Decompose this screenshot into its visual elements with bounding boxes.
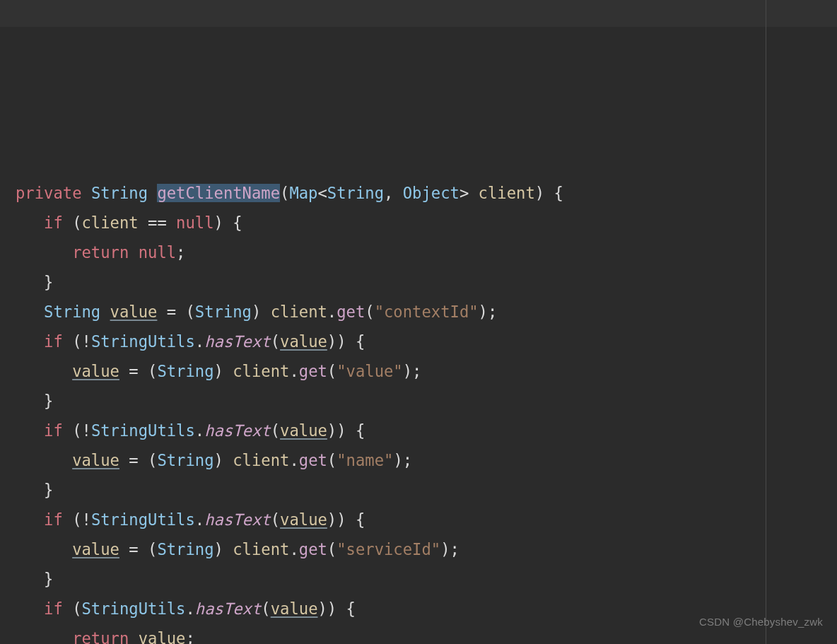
paren-close: ) (440, 540, 450, 558)
code-line[interactable]: if (!StringUtils.hasText(value)) { (16, 510, 365, 529)
type-stringutils: StringUtils (91, 421, 195, 440)
current-line-highlight (0, 0, 837, 27)
keyword-if: if (44, 421, 63, 440)
paren-open: ( (72, 510, 81, 529)
paren-close: ) (214, 451, 223, 469)
keyword-if: if (44, 213, 63, 232)
paren-close: ) (403, 362, 412, 380)
ident-value: value (280, 332, 327, 351)
brace-open: { (233, 213, 242, 232)
paren-close: ) (252, 303, 261, 321)
code-line[interactable]: value = (String) client.get("value"); (16, 362, 421, 380)
keyword-return: return (72, 243, 129, 262)
string-serviceid: "serviceId" (336, 540, 440, 558)
keyword-if: if (44, 599, 63, 618)
type-string: String (44, 303, 100, 321)
code-line[interactable]: return null; (16, 243, 185, 262)
type-stringutils: StringUtils (91, 510, 195, 529)
op-not: ! (82, 421, 91, 440)
code-line[interactable]: } (16, 570, 53, 588)
code-line[interactable]: } (16, 481, 53, 499)
paren-close: ) (214, 213, 223, 232)
paren-close: ) (336, 510, 346, 529)
ident-client: client (233, 540, 289, 558)
type-string: String (327, 184, 384, 202)
ident-value: value (271, 599, 318, 618)
param-client: client (479, 184, 535, 202)
method-hastext: hasText (195, 599, 262, 618)
method-get: get (336, 303, 365, 321)
method-get: get (299, 540, 327, 558)
type-string: String (157, 362, 213, 380)
dot: . (195, 332, 204, 351)
watermark-text: CSDN @Chebyshev_zwk (699, 607, 823, 637)
paren-close: ) (327, 599, 336, 618)
code-line[interactable]: } (16, 392, 53, 410)
op-eq: = (129, 451, 138, 469)
paren-close: ) (318, 599, 327, 618)
semicolon: ; (488, 303, 497, 321)
paren-open: ( (72, 599, 81, 618)
brace-open: { (554, 184, 563, 202)
paren-open: ( (280, 184, 289, 202)
code-line[interactable]: private String getClientName(Map<String,… (16, 184, 563, 202)
type-stringutils: StringUtils (82, 599, 186, 618)
code-line[interactable]: if (!StringUtils.hasText(value)) { (16, 421, 365, 440)
brace-open: { (346, 599, 356, 618)
op-eq: = (167, 303, 176, 321)
code-line[interactable]: if (StringUtils.hasText(value)) { (16, 599, 356, 618)
brace-open: { (356, 421, 365, 440)
code-line[interactable]: if (client == null) { (16, 213, 242, 232)
method-declaration: getClientName (157, 184, 280, 202)
code-block[interactable]: private String getClientName(Map<String,… (16, 148, 821, 644)
code-line[interactable]: String value = (String) client.get("cont… (16, 303, 497, 321)
angle-open: < (317, 184, 327, 202)
type-map: Map (289, 184, 317, 202)
paren-close: ) (327, 510, 336, 529)
paren-close: ) (336, 421, 346, 440)
ident-value: value (139, 629, 186, 644)
ident-client: client (271, 303, 327, 321)
keyword-null: null (139, 243, 176, 262)
dot: . (289, 451, 298, 469)
brace-close: } (44, 570, 53, 588)
paren-open: ( (148, 540, 157, 558)
string-value: "value" (336, 362, 403, 380)
paren-open: ( (327, 362, 336, 380)
type-stringutils: StringUtils (91, 332, 195, 351)
method-hastext: hasText (204, 332, 271, 351)
paren-open: ( (365, 303, 374, 321)
paren-close: ) (479, 303, 488, 321)
paren-close: ) (535, 184, 544, 202)
brace-close: } (44, 273, 53, 291)
semicolon: ; (176, 243, 185, 262)
paren-open: ( (185, 303, 194, 321)
dot: . (289, 540, 298, 558)
op-eqeq: == (148, 213, 167, 232)
angle-close: > (460, 184, 469, 202)
type-string: String (195, 303, 252, 321)
var-value: value (110, 303, 158, 321)
method-get: get (299, 362, 327, 380)
paren-close: ) (214, 540, 223, 558)
ident-client: client (233, 451, 289, 469)
semicolon: ; (185, 629, 194, 644)
code-line[interactable]: } (16, 273, 53, 291)
dot: . (185, 599, 194, 618)
code-line[interactable]: if (!StringUtils.hasText(value)) { (16, 332, 365, 351)
string-contextid: "contextId" (375, 303, 479, 321)
code-line[interactable]: value = (String) client.get("serviceId")… (16, 540, 460, 558)
ident-client: client (82, 213, 139, 232)
op-eq: = (129, 540, 138, 558)
code-line[interactable]: return value; (16, 629, 195, 644)
paren-open: ( (271, 332, 280, 351)
method-hastext: hasText (204, 510, 271, 529)
brace-close: } (44, 481, 53, 499)
paren-open: ( (327, 540, 336, 558)
dot: . (327, 303, 336, 321)
paren-open: ( (72, 332, 81, 351)
keyword-private: private (16, 184, 82, 202)
paren-close: ) (393, 451, 402, 469)
code-editor[interactable]: private String getClientName(Map<String,… (0, 0, 837, 644)
code-line[interactable]: value = (String) client.get("name"); (16, 451, 412, 469)
